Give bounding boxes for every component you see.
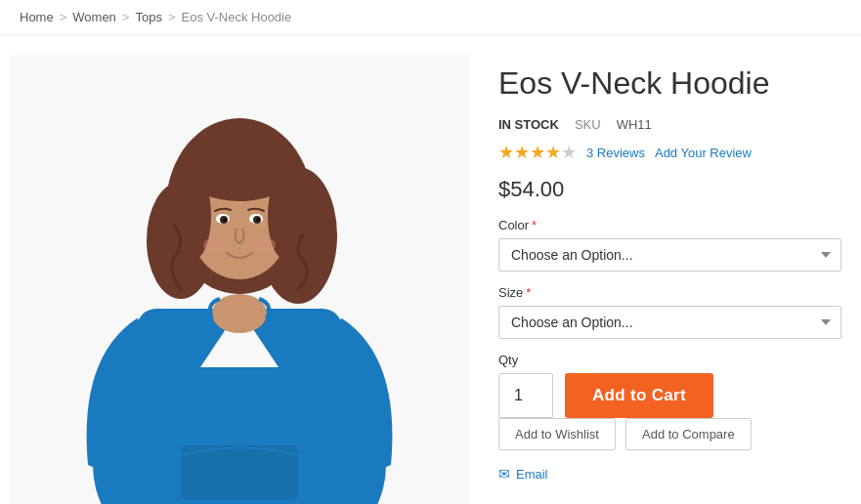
color-option-group: Color* Choose an Option... Blue Red Blac… [498,218,841,272]
email-icon: ✉ [498,466,510,482]
product-reviews: ★ ★ ★ ★ ★ 3 Reviews Add Your Review [498,142,841,163]
reviews-count-link[interactable]: 3 Reviews [586,146,645,160]
product-page: Eos V-Neck Hoodie IN STOCK SKU WH11 ★ ★ … [0,35,861,504]
product-price: $54.00 [498,177,841,202]
star-rating: ★ ★ ★ ★ ★ [498,142,577,163]
svg-point-20 [252,237,276,253]
star-3: ★ [530,142,545,163]
svg-rect-4 [181,445,298,499]
svg-point-17 [223,218,227,222]
size-select[interactable]: Choose an Option... XS S M L XL [498,306,841,339]
product-details-column: Eos V-Neck Hoodie IN STOCK SKU WH11 ★ ★ … [469,55,841,504]
qty-label: Qty [498,353,841,367]
svg-point-19 [203,237,227,253]
breadcrumb-sep-2: > [122,10,130,24]
sku-value: WH11 [617,117,652,132]
qty-input[interactable] [498,373,553,418]
product-image-svg [10,55,469,504]
breadcrumb-current: Eos V-Neck Hoodie [182,10,292,24]
color-label: Color* [498,218,841,232]
breadcrumb-sep-1: > [60,10,67,24]
star-2: ★ [514,142,530,163]
star-5: ★ [561,142,577,163]
size-required-star: * [526,285,531,300]
qty-cart-inner: Add to Cart [498,373,841,418]
sku-label: SKU [575,117,601,132]
star-1: ★ [498,142,514,163]
size-option-group: Size* Choose an Option... XS S M L XL [498,285,841,339]
breadcrumb-tops[interactable]: Tops [135,10,161,24]
breadcrumb-home[interactable]: Home [20,10,54,24]
availability-badge: IN STOCK [498,117,559,132]
size-label: Size* [498,285,841,300]
color-required-star: * [532,218,537,232]
email-label: Email [516,467,548,482]
secondary-actions: Add to Wishlist Add to Compare [498,418,841,450]
add-to-wishlist-button[interactable]: Add to Wishlist [498,418,616,450]
star-4: ★ [545,142,561,163]
add-review-link[interactable]: Add Your Review [655,146,752,160]
add-compare-button[interactable]: Add to Compare [625,418,752,450]
qty-cart-wrapper: Qty Add to Cart [498,353,841,418]
product-image-column [10,55,469,504]
email-link[interactable]: ✉ Email [498,466,841,482]
breadcrumb: Home > Women > Tops > Eos V-Neck Hoodie [0,0,861,35]
color-select[interactable]: Choose an Option... Blue Red Black White [498,238,841,272]
breadcrumb-women[interactable]: Women [72,10,116,24]
svg-point-5 [212,294,267,333]
product-meta: IN STOCK SKU WH11 [498,117,841,132]
svg-point-18 [256,218,260,222]
product-title: Eos V-Neck Hoodie [498,64,841,102]
product-image [10,55,469,504]
breadcrumb-sep-3: > [168,10,176,24]
add-to-cart-button[interactable]: Add to Cart [565,373,713,418]
